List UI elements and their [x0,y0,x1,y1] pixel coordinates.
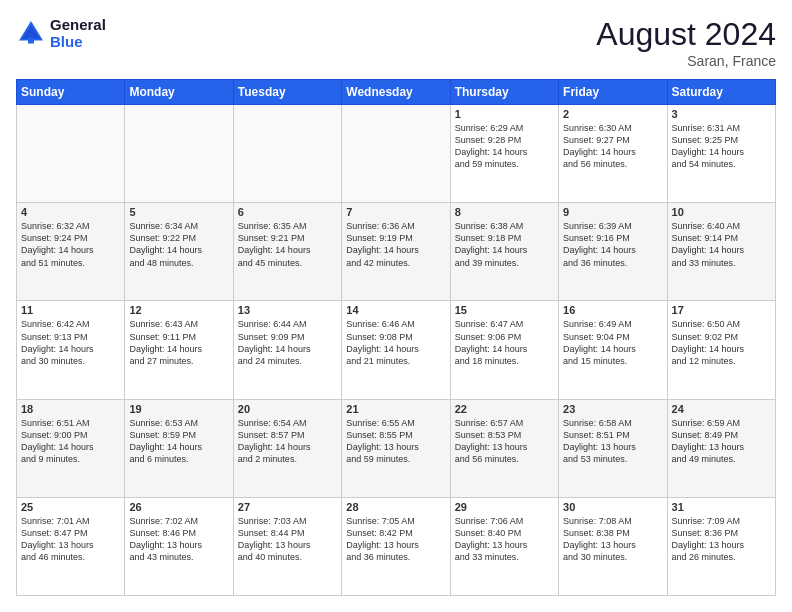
day-number: 6 [238,206,337,218]
day-info: Sunrise: 6:34 AMSunset: 9:22 PMDaylight:… [129,220,228,269]
calendar-week-row: 18Sunrise: 6:51 AMSunset: 9:00 PMDayligh… [17,399,776,497]
day-info: Sunrise: 6:40 AMSunset: 9:14 PMDaylight:… [672,220,771,269]
day-number: 4 [21,206,120,218]
col-wednesday: Wednesday [342,80,450,105]
day-number: 11 [21,304,120,316]
location-label: Saran, France [596,53,776,69]
col-tuesday: Tuesday [233,80,341,105]
table-row: 24Sunrise: 6:59 AMSunset: 8:49 PMDayligh… [667,399,775,497]
day-info: Sunrise: 6:53 AMSunset: 8:59 PMDaylight:… [129,417,228,466]
day-number: 14 [346,304,445,316]
day-info: Sunrise: 6:44 AMSunset: 9:09 PMDaylight:… [238,318,337,367]
logo-icon [16,18,46,48]
day-number: 27 [238,501,337,513]
table-row [17,105,125,203]
table-row: 26Sunrise: 7:02 AMSunset: 8:46 PMDayligh… [125,497,233,595]
day-number: 2 [563,108,662,120]
table-row: 25Sunrise: 7:01 AMSunset: 8:47 PMDayligh… [17,497,125,595]
day-info: Sunrise: 6:59 AMSunset: 8:49 PMDaylight:… [672,417,771,466]
day-number: 5 [129,206,228,218]
day-number: 3 [672,108,771,120]
day-info: Sunrise: 6:30 AMSunset: 9:27 PMDaylight:… [563,122,662,171]
month-year-title: August 2024 [596,16,776,53]
col-thursday: Thursday [450,80,558,105]
logo: General Blue [16,16,106,50]
day-info: Sunrise: 7:03 AMSunset: 8:44 PMDaylight:… [238,515,337,564]
col-saturday: Saturday [667,80,775,105]
table-row [342,105,450,203]
table-row: 1Sunrise: 6:29 AMSunset: 9:28 PMDaylight… [450,105,558,203]
day-info: Sunrise: 7:08 AMSunset: 8:38 PMDaylight:… [563,515,662,564]
calendar-table: Sunday Monday Tuesday Wednesday Thursday… [16,79,776,596]
day-info: Sunrise: 6:47 AMSunset: 9:06 PMDaylight:… [455,318,554,367]
table-row: 31Sunrise: 7:09 AMSunset: 8:36 PMDayligh… [667,497,775,595]
day-info: Sunrise: 6:58 AMSunset: 8:51 PMDaylight:… [563,417,662,466]
table-row: 18Sunrise: 6:51 AMSunset: 9:00 PMDayligh… [17,399,125,497]
day-info: Sunrise: 6:49 AMSunset: 9:04 PMDaylight:… [563,318,662,367]
title-block: August 2024 Saran, France [596,16,776,69]
table-row [125,105,233,203]
day-info: Sunrise: 6:54 AMSunset: 8:57 PMDaylight:… [238,417,337,466]
col-sunday: Sunday [17,80,125,105]
table-row: 12Sunrise: 6:43 AMSunset: 9:11 PMDayligh… [125,301,233,399]
calendar-week-row: 1Sunrise: 6:29 AMSunset: 9:28 PMDaylight… [17,105,776,203]
logo-text: General Blue [50,16,106,50]
day-number: 18 [21,403,120,415]
table-row: 29Sunrise: 7:06 AMSunset: 8:40 PMDayligh… [450,497,558,595]
day-info: Sunrise: 7:05 AMSunset: 8:42 PMDaylight:… [346,515,445,564]
table-row: 15Sunrise: 6:47 AMSunset: 9:06 PMDayligh… [450,301,558,399]
day-info: Sunrise: 6:46 AMSunset: 9:08 PMDaylight:… [346,318,445,367]
day-info: Sunrise: 6:36 AMSunset: 9:19 PMDaylight:… [346,220,445,269]
day-number: 9 [563,206,662,218]
table-row: 3Sunrise: 6:31 AMSunset: 9:25 PMDaylight… [667,105,775,203]
table-row: 10Sunrise: 6:40 AMSunset: 9:14 PMDayligh… [667,203,775,301]
table-row: 4Sunrise: 6:32 AMSunset: 9:24 PMDaylight… [17,203,125,301]
day-number: 26 [129,501,228,513]
day-info: Sunrise: 6:39 AMSunset: 9:16 PMDaylight:… [563,220,662,269]
table-row: 28Sunrise: 7:05 AMSunset: 8:42 PMDayligh… [342,497,450,595]
table-row: 22Sunrise: 6:57 AMSunset: 8:53 PMDayligh… [450,399,558,497]
table-row: 7Sunrise: 6:36 AMSunset: 9:19 PMDaylight… [342,203,450,301]
page: General Blue August 2024 Saran, France S… [0,0,792,612]
svg-rect-2 [28,38,34,44]
day-info: Sunrise: 6:51 AMSunset: 9:00 PMDaylight:… [21,417,120,466]
day-number: 21 [346,403,445,415]
day-info: Sunrise: 6:57 AMSunset: 8:53 PMDaylight:… [455,417,554,466]
day-info: Sunrise: 7:09 AMSunset: 8:36 PMDaylight:… [672,515,771,564]
day-info: Sunrise: 6:38 AMSunset: 9:18 PMDaylight:… [455,220,554,269]
day-info: Sunrise: 6:29 AMSunset: 9:28 PMDaylight:… [455,122,554,171]
day-info: Sunrise: 6:42 AMSunset: 9:13 PMDaylight:… [21,318,120,367]
day-info: Sunrise: 6:32 AMSunset: 9:24 PMDaylight:… [21,220,120,269]
day-number: 15 [455,304,554,316]
table-row: 5Sunrise: 6:34 AMSunset: 9:22 PMDaylight… [125,203,233,301]
table-row: 27Sunrise: 7:03 AMSunset: 8:44 PMDayligh… [233,497,341,595]
calendar-week-row: 25Sunrise: 7:01 AMSunset: 8:47 PMDayligh… [17,497,776,595]
calendar-week-row: 4Sunrise: 6:32 AMSunset: 9:24 PMDaylight… [17,203,776,301]
day-number: 19 [129,403,228,415]
day-number: 24 [672,403,771,415]
calendar-header-row: Sunday Monday Tuesday Wednesday Thursday… [17,80,776,105]
table-row: 9Sunrise: 6:39 AMSunset: 9:16 PMDaylight… [559,203,667,301]
day-number: 31 [672,501,771,513]
table-row: 20Sunrise: 6:54 AMSunset: 8:57 PMDayligh… [233,399,341,497]
day-number: 8 [455,206,554,218]
day-number: 13 [238,304,337,316]
day-info: Sunrise: 6:31 AMSunset: 9:25 PMDaylight:… [672,122,771,171]
col-friday: Friday [559,80,667,105]
day-number: 23 [563,403,662,415]
day-info: Sunrise: 6:55 AMSunset: 8:55 PMDaylight:… [346,417,445,466]
day-number: 20 [238,403,337,415]
table-row: 30Sunrise: 7:08 AMSunset: 8:38 PMDayligh… [559,497,667,595]
day-info: Sunrise: 6:50 AMSunset: 9:02 PMDaylight:… [672,318,771,367]
table-row: 2Sunrise: 6:30 AMSunset: 9:27 PMDaylight… [559,105,667,203]
table-row: 21Sunrise: 6:55 AMSunset: 8:55 PMDayligh… [342,399,450,497]
table-row: 13Sunrise: 6:44 AMSunset: 9:09 PMDayligh… [233,301,341,399]
day-number: 29 [455,501,554,513]
day-number: 25 [21,501,120,513]
table-row [233,105,341,203]
day-number: 30 [563,501,662,513]
day-number: 28 [346,501,445,513]
col-monday: Monday [125,80,233,105]
day-number: 12 [129,304,228,316]
day-info: Sunrise: 6:35 AMSunset: 9:21 PMDaylight:… [238,220,337,269]
